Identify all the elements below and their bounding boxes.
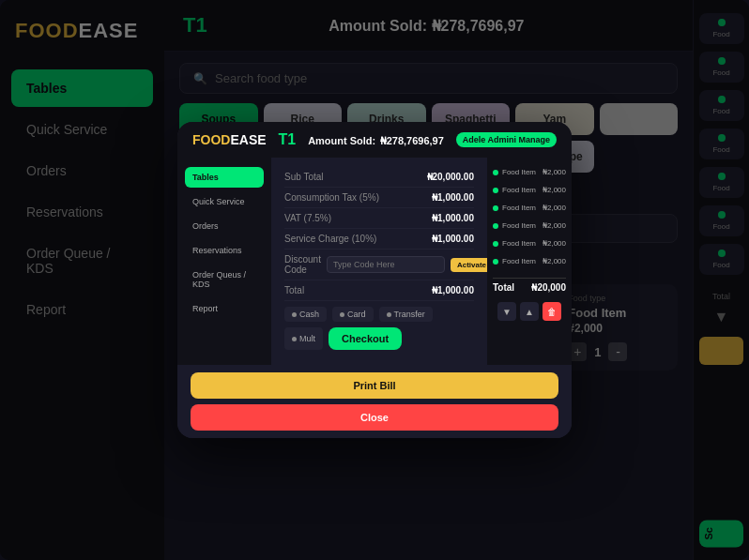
food-name-4: Food Item	[498, 221, 543, 230]
modal-sidebar-report[interactable]: Report	[185, 298, 264, 319]
discount-label: Discount Code	[284, 254, 321, 275]
modal-sidebar-orders[interactable]: Orders	[185, 216, 264, 236]
payment-methods: Cash Card Transfer Mult Checkout	[284, 307, 474, 350]
food-name-1: Food Item	[498, 168, 543, 176]
vat-row: VAT (7.5%) ₦1,000.00	[284, 208, 474, 229]
payment-transfer[interactable]: Transfer	[379, 307, 433, 322]
activate-btn[interactable]: Activate	[451, 258, 487, 272]
food-price-1: ₦2,000	[543, 168, 566, 176]
modal-sidebar: Tables Quick Service Orders Reservations…	[177, 158, 271, 365]
arrow-up-btn[interactable]: ▲	[520, 302, 539, 321]
total-label: Total	[284, 285, 304, 295]
modal-amount-label: Amount Sold:	[308, 135, 375, 146]
arrow-down-btn[interactable]: ▼	[497, 302, 516, 321]
modal-sidebar-quick-service[interactable]: Quick Service	[185, 191, 264, 212]
modal-total-label: Total	[493, 282, 514, 293]
payment-card[interactable]: Card	[332, 307, 374, 322]
modal-body: Tables Quick Service Orders Reservations…	[177, 158, 572, 365]
food-price-3: ₦2,000	[543, 204, 566, 212]
transfer-label: Transfer	[394, 310, 425, 319]
modal-main: Sub Total ₦20,000.00 Consumption Tax (5%…	[271, 158, 487, 365]
modal-food-item-5: Food Item ₦2,000	[493, 236, 566, 250]
modal-food-item-1: Food Item ₦2,000	[493, 165, 566, 179]
vat-label: VAT (7.5%)	[284, 213, 331, 223]
modal-user-badge: Adele Admini Manage	[456, 132, 557, 147]
food-price-2: ₦2,000	[543, 186, 566, 194]
modal-footer: Print Bill Close	[177, 365, 572, 438]
modal-food-item-6: Food Item ₦2,000	[493, 254, 566, 268]
modal-food-item-4: Food Item ₦2,000	[493, 219, 566, 233]
food-price-4: ₦2,000	[543, 221, 566, 230]
modal-total-row: Total ₦20,000	[493, 278, 566, 293]
card-dot	[340, 312, 344, 317]
modal-arrows: ▼ ▲ 🗑	[493, 302, 566, 321]
modal-amount-group: Amount Sold: ₦278,7696,97	[308, 131, 444, 148]
modal-sidebar-order-queue[interactable]: Order Queus / KDS	[185, 265, 264, 295]
checkout-btn[interactable]: Checkout	[329, 327, 402, 350]
modal-logo-food: FOOD	[192, 132, 230, 147]
modal-logo: FOODEASE	[192, 131, 267, 148]
modal-logo-ease: EASE	[230, 132, 266, 147]
discount-row: Discount Code Activate	[284, 250, 474, 280]
mult-dot	[292, 337, 297, 341]
cash-label: Cash	[299, 310, 319, 319]
transfer-dot	[387, 312, 391, 317]
total-value: ₦1,000.00	[432, 285, 474, 295]
food-price-6: ₦2,000	[543, 257, 566, 265]
subtotal-label: Sub Total	[284, 172, 324, 182]
modal-food-item-3: Food Item ₦2,000	[493, 201, 566, 215]
discount-input[interactable]	[327, 256, 445, 273]
modal-header: FOODEASE T1 Amount Sold: ₦278,7696,97 Ad…	[177, 122, 572, 158]
service-label: Service Charge (10%)	[284, 234, 376, 244]
food-name-2: Food Item	[498, 186, 543, 194]
print-bill-btn[interactable]: Print Bill	[191, 372, 558, 399]
payment-mult[interactable]: Mult	[284, 327, 323, 350]
modal-tablet: FOODEASE T1 Amount Sold: ₦278,7696,97 Ad…	[177, 122, 572, 438]
food-name-5: Food Item	[498, 239, 543, 248]
subtotal-value: ₦20,000.00	[427, 172, 475, 182]
vat-value: ₦1,000.00	[432, 213, 474, 223]
modal-overlay[interactable]: FOODEASE T1 Amount Sold: ₦278,7696,97 Ad…	[0, 0, 749, 560]
tax-value: ₦1,000.00	[432, 192, 474, 203]
modal-food-item-2: Food Item ₦2,000	[493, 183, 566, 197]
mult-label: Mult	[299, 334, 315, 343]
subtotal-row: Sub Total ₦20,000.00	[284, 167, 474, 188]
delete-item-btn[interactable]: 🗑	[543, 302, 561, 321]
close-modal-btn[interactable]: Close	[191, 404, 558, 431]
food-name-3: Food Item	[498, 204, 543, 212]
food-price-5: ₦2,000	[543, 239, 566, 248]
modal-sidebar-reservations[interactable]: Reservations	[185, 240, 264, 261]
modal-total-value: ₦20,000	[531, 282, 566, 293]
tax-label: Consumption Tax (5%)	[284, 192, 379, 203]
service-row: Service Charge (10%) ₦1,000.00	[284, 229, 474, 250]
card-label: Card	[347, 310, 366, 319]
modal-amount-value: ₦278,7696,97	[380, 135, 444, 146]
modal-sidebar-tables[interactable]: Tables	[185, 167, 264, 188]
service-value: ₦1,000.00	[432, 234, 474, 244]
food-name-6: Food Item	[498, 257, 543, 265]
total-row: Total ₦1,000.00	[284, 280, 474, 301]
cash-dot	[292, 312, 297, 317]
payment-cash[interactable]: Cash	[284, 307, 327, 322]
modal-right-panel: Food Item ₦2,000 Food Item ₦2,000 Food I…	[487, 158, 572, 365]
modal-table-id: T1	[279, 131, 297, 148]
tax-row: Consumption Tax (5%) ₦1,000.00	[284, 188, 474, 208]
